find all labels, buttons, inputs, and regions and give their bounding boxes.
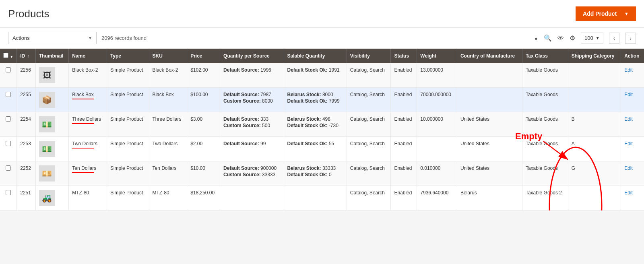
table-row: 2253💵Two DollarsSimple ProductTwo Dollar…	[0, 137, 644, 161]
toolbar-left: Actions ▼ 2096 records found	[8, 32, 147, 44]
row-type: Simple Product	[107, 63, 149, 88]
filter-icon[interactable]: ⬥	[534, 35, 538, 42]
edit-link[interactable]: Edit	[624, 116, 633, 122]
row-name-cell: Black Box	[69, 88, 107, 112]
next-page-button[interactable]: ›	[625, 33, 636, 44]
row-visibility: Catalog, Search	[347, 88, 391, 112]
name-underline	[72, 148, 94, 148]
salable-qty-line: Default Stock Ok: -730	[287, 123, 343, 128]
row-name-cell: Ten Dollars	[69, 161, 107, 186]
edit-link[interactable]: Edit	[624, 92, 633, 97]
row-tax-class: Taxable Goods	[522, 63, 568, 88]
per-page-select[interactable]: 100 ▼	[581, 33, 603, 43]
product-name: MTZ-80	[72, 190, 89, 196]
thumbnail-image: 🚜	[39, 190, 55, 206]
row-sku: Black Box	[149, 88, 187, 112]
per-page-arrow-icon: ▼	[596, 36, 600, 40]
edit-link[interactable]: Edit	[624, 190, 633, 196]
row-id: 2254	[17, 112, 35, 137]
header-salable-qty[interactable]: Salable Quantity	[284, 49, 347, 63]
thumbnail-image: 🖼	[39, 67, 55, 83]
row-thumbnail: 💵	[35, 137, 69, 161]
row-price: $100.00	[187, 88, 220, 112]
row-qty-source: Default Source: 1996	[220, 63, 284, 88]
edit-link[interactable]: Edit	[624, 67, 633, 73]
row-tax-class: Taxable Goods	[522, 137, 568, 161]
qty-source-line: Custom Source: 8000	[223, 98, 280, 104]
row-checkbox[interactable]	[6, 92, 11, 97]
actions-dropdown[interactable]: Actions ▼	[8, 32, 97, 44]
row-checkbox[interactable]	[6, 67, 11, 72]
settings-icon[interactable]: ⚙	[570, 34, 575, 42]
name-underline	[72, 123, 94, 124]
row-visibility: Catalog, Search	[347, 63, 391, 88]
row-salable-qty: Belarus Stock: 8000Default Stock Ok: 799…	[284, 88, 347, 112]
row-checkbox[interactable]	[6, 190, 11, 195]
row-salable-qty	[284, 186, 347, 210]
row-visibility: Catalog, Search	[347, 137, 391, 161]
salable-qty-label: Default Stock Ok:	[287, 141, 329, 146]
toolbar-right: ⬥ 🔍 👁 ⚙ 100 ▼ ‹ ›	[534, 33, 636, 44]
row-status: Enabled	[391, 161, 417, 186]
row-qty-source: Default Source: 99	[220, 137, 284, 161]
row-qty-source	[220, 186, 284, 210]
columns-icon[interactable]: 👁	[557, 35, 564, 42]
header-status[interactable]: Status	[391, 49, 417, 63]
row-checkbox[interactable]	[6, 116, 11, 122]
actions-label: Actions	[12, 35, 30, 41]
sort-icon: ▼	[10, 55, 13, 59]
header-id[interactable]: ID ↑	[17, 49, 35, 63]
row-thumbnail: 💵	[35, 112, 69, 137]
header-country[interactable]: Country of Manufacture	[457, 49, 522, 63]
row-action-cell: Edit	[621, 63, 644, 88]
prev-page-button[interactable]: ‹	[609, 33, 620, 44]
header-type[interactable]: Type	[107, 49, 149, 63]
select-all-checkbox[interactable]	[3, 53, 8, 58]
salable-qty-label: Default Stock Ok:	[287, 172, 329, 177]
header-sku[interactable]: SKU	[149, 49, 187, 63]
row-type: Simple Product	[107, 186, 149, 210]
thumbnail-image: 📦	[39, 92, 55, 108]
product-name: Black Box-2	[72, 67, 98, 73]
row-sku: MTZ-80	[149, 186, 187, 210]
row-qty-source: Default Source: 7987Custom Source: 8000	[220, 88, 284, 112]
row-visibility: Catalog, Search	[347, 161, 391, 186]
search-icon[interactable]: 🔍	[544, 34, 552, 42]
actions-arrow-icon: ▼	[88, 36, 92, 40]
thumbnail-image: 💵	[39, 116, 55, 132]
row-checkbox[interactable]	[6, 165, 11, 171]
row-name-cell: MTZ-80	[69, 186, 107, 210]
salable-qty-label: Belarus Stock:	[287, 92, 322, 97]
header-qty-source[interactable]: Quantity per Source	[220, 49, 284, 63]
header-shipping-cat[interactable]: Shipping Category	[568, 49, 621, 63]
header-visibility[interactable]: Visibility	[347, 49, 391, 63]
edit-link[interactable]: Edit	[624, 141, 633, 146]
header-weight[interactable]: Weight	[417, 49, 457, 63]
salable-qty-label: Belarus Stock:	[287, 165, 322, 171]
row-status: Enabled	[391, 63, 417, 88]
row-checkbox-cell	[0, 63, 17, 88]
row-checkbox[interactable]	[6, 141, 11, 146]
header-checkbox-col: ▼	[0, 49, 17, 63]
row-id: 2251	[17, 186, 35, 210]
edit-link[interactable]: Edit	[624, 165, 633, 171]
row-thumbnail: 💴	[35, 161, 69, 186]
salable-qty-line: Belarus Stock: 498	[287, 116, 343, 122]
product-name: Black Box	[72, 92, 93, 97]
row-thumbnail: 🖼	[35, 63, 69, 88]
row-sku: Ten Dollars	[149, 161, 187, 186]
row-salable-qty: Default Stock Ok: 1991	[284, 63, 347, 88]
row-id: 2256	[17, 63, 35, 88]
row-checkbox-cell	[0, 137, 17, 161]
header-tax-class[interactable]: Tax Class	[522, 49, 568, 63]
qty-label: Default Source:	[223, 165, 260, 171]
header-price[interactable]: Price	[187, 49, 220, 63]
header-name[interactable]: Name	[69, 49, 107, 63]
add-product-chevron[interactable]: ▼	[620, 11, 629, 16]
row-type: Simple Product	[107, 112, 149, 137]
page-title: Products	[8, 8, 50, 20]
row-action-cell: Edit	[621, 88, 644, 112]
row-price: $18,250.00	[187, 186, 220, 210]
add-product-button[interactable]: Add Product ▼	[576, 6, 636, 21]
row-shipping-cat: A	[568, 137, 621, 161]
